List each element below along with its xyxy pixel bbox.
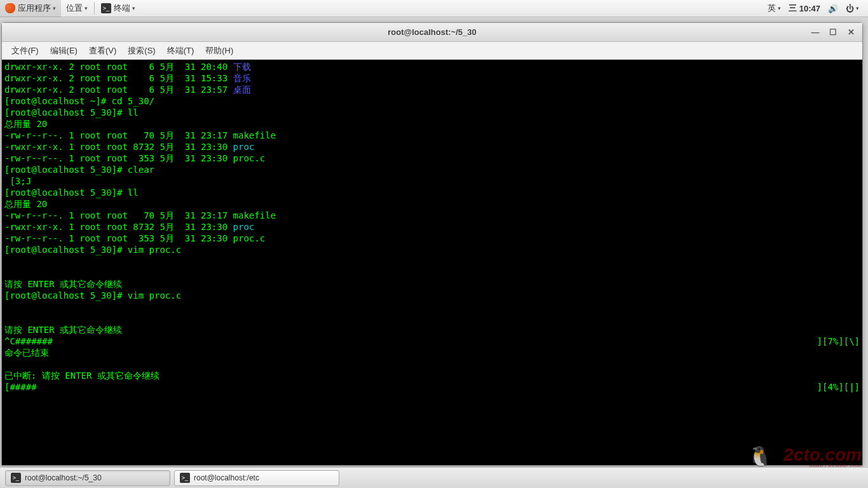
chevron-down-icon: ▾	[778, 5, 781, 11]
applications-label: 应用程序	[18, 3, 51, 14]
ime-label: 英	[768, 3, 776, 14]
terminal-line: 总用量 20	[4, 118, 860, 130]
terminal-line	[4, 255, 860, 267]
chevron-down-icon: ▾	[856, 5, 859, 11]
chevron-down-icon: ▾	[132, 5, 135, 11]
progress-indicator: ][4%][|]	[817, 381, 860, 393]
terminal-line: -rwxr-xr-x. 1 root root 8732 5月 31 23:30…	[4, 221, 860, 233]
clock-time: 10:47	[799, 4, 820, 13]
volume-icon: 🔊	[828, 4, 838, 13]
taskbar: >_root@localhost:~/5_30>_root@localhost:…	[0, 467, 868, 488]
window-controls: — ☐ ✕	[806, 25, 860, 39]
taskbar-button-label: root@localhost:/etc	[194, 473, 259, 482]
progress-indicator: ][7%][\]	[817, 336, 860, 347]
terminal-launcher-label: 终端	[114, 3, 130, 14]
places-menu[interactable]: 位置 ▾	[61, 0, 93, 17]
applications-menu[interactable]: 应用程序 ▾	[0, 0, 61, 17]
ime-indicator[interactable]: 英 ▾	[764, 0, 785, 17]
terminal-line	[4, 358, 860, 370]
terminal-line: 请按 ENTER 或其它命令继续	[4, 278, 860, 290]
terminal-icon: >_	[101, 3, 111, 13]
terminal-line: drwxr-xr-x. 2 root root 6 5月 31 15:33 音乐	[4, 72, 860, 84]
power-icon: ⏻	[846, 4, 854, 13]
terminal-line: [3;J	[4, 175, 860, 187]
maximize-button[interactable]: ☐	[824, 25, 842, 39]
terminal-line	[4, 267, 860, 278]
terminal-line	[4, 313, 860, 324]
menu-edit[interactable]: 编辑(E)	[44, 42, 83, 60]
panel-separator	[94, 2, 95, 15]
clock[interactable]: 三 10:47	[785, 0, 824, 17]
terminal-line: 已中断: 请按 ENTER 或其它命令继续	[4, 370, 860, 381]
power-menu[interactable]: ⏻ ▾	[842, 0, 863, 17]
minimize-button[interactable]: —	[806, 25, 824, 39]
close-button[interactable]: ✕	[842, 25, 860, 39]
menu-file[interactable]: 文件(F)	[6, 42, 44, 60]
terminal-line: [root@localhost ~]# cd 5_30/	[4, 95, 860, 107]
terminal-line: ^C#######][7%][\]	[4, 336, 860, 347]
chevron-down-icon: ▾	[85, 5, 88, 11]
top-panel: 应用程序 ▾ 位置 ▾ >_ 终端 ▾ 英 ▾ 三 10:47 🔊 ⏻ ▾	[0, 0, 868, 17]
gnome-foot-icon	[5, 3, 15, 13]
terminal-line: drwxr-xr-x. 2 root root 6 5月 31 20:40 下载	[4, 61, 860, 72]
terminal-line: [root@localhost 5_30]# ll	[4, 107, 860, 118]
menu-view[interactable]: 查看(V)	[83, 42, 122, 60]
terminal-line: [root@localhost 5_30]# clear	[4, 164, 860, 175]
places-label: 位置	[66, 3, 83, 14]
panel-left-group: 应用程序 ▾ 位置 ▾ >_ 终端 ▾	[0, 0, 140, 17]
clock-day: 三	[789, 3, 797, 14]
chevron-down-icon: ▾	[53, 5, 56, 11]
terminal-line: -rw-r--r--. 1 root root 70 5月 31 23:17 m…	[4, 130, 860, 141]
terminal-line: 请按 ENTER 或其它命令继续	[4, 324, 860, 336]
terminal-line	[4, 301, 860, 313]
terminal-icon: >_	[180, 473, 190, 483]
terminal-line: -rw-r--r--. 1 root root 353 5月 31 23:30 …	[4, 152, 860, 164]
terminal-line: [#####][4%][|]	[4, 381, 860, 393]
menubar: 文件(F) 编辑(E) 查看(V) 搜索(S) 终端(T) 帮助(H)	[2, 42, 862, 60]
terminal-line: [root@localhost 5_30]# vim proc.c	[4, 290, 860, 301]
terminal-output[interactable]: drwxr-xr-x. 2 root root 6 5月 31 20:40 下载…	[2, 60, 862, 465]
panel-right-group: 英 ▾ 三 10:47 🔊 ⏻ ▾	[764, 0, 868, 17]
window-titlebar[interactable]: root@localhost:~/5_30 — ☐ ✕	[2, 23, 862, 42]
terminal-icon: >_	[11, 473, 21, 483]
menu-search[interactable]: 搜索(S)	[122, 42, 161, 60]
terminal-line: [root@localhost 5_30]# vim proc.c	[4, 244, 860, 255]
terminal-window: root@localhost:~/5_30 — ☐ ✕ 文件(F) 编辑(E) …	[1, 22, 863, 466]
terminal-line: -rw-r--r--. 1 root root 353 5月 31 23:30 …	[4, 233, 860, 244]
taskbar-button-label: root@localhost:~/5_30	[25, 473, 102, 482]
terminal-launcher[interactable]: >_ 终端 ▾	[96, 0, 140, 17]
taskbar-button[interactable]: >_root@localhost:~/5_30	[5, 470, 170, 486]
taskbar-button[interactable]: >_root@localhost:/etc	[174, 470, 339, 486]
terminal-line: [root@localhost 5_30]# ll	[4, 187, 860, 198]
terminal-line: -rwxr-xr-x. 1 root root 8732 5月 31 23:30…	[4, 141, 860, 152]
terminal-line: drwxr-xr-x. 2 root root 6 5月 31 23:57 桌面	[4, 84, 860, 95]
window-title: root@localhost:~/5_30	[388, 27, 476, 37]
menu-help[interactable]: 帮助(H)	[200, 42, 239, 60]
terminal-line: -rw-r--r--. 1 root root 70 5月 31 23:17 m…	[4, 210, 860, 221]
menu-terminal[interactable]: 终端(T)	[161, 42, 200, 60]
terminal-line: 命令已结束	[4, 347, 860, 358]
volume-indicator[interactable]: 🔊	[824, 0, 842, 17]
terminal-line: 总用量 20	[4, 198, 860, 210]
